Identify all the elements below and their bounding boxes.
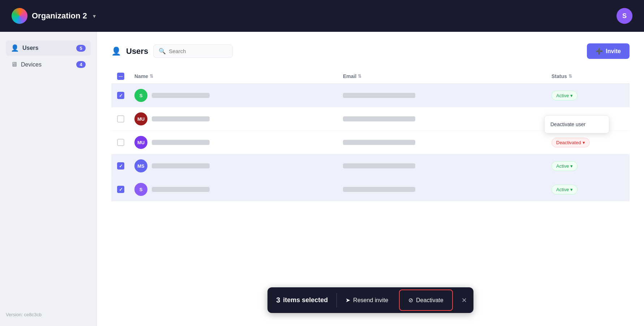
page-header-left: 👤 Users 🔍: [111, 44, 233, 58]
header-email[interactable]: Email ⇅: [343, 73, 551, 80]
name-col-label: Name: [134, 73, 148, 79]
row1-status-label: Active: [556, 93, 569, 98]
sidebar-item-users-label: Users: [22, 45, 38, 51]
table-row: MU Deactivate user: [111, 107, 630, 131]
row5-checkbox[interactable]: [117, 186, 124, 193]
row1-email-blur: [343, 93, 415, 98]
email-col-label: Email: [343, 73, 356, 79]
row3-status-badge[interactable]: Deactivated ▾: [551, 138, 590, 147]
status-sort-icon: ⇅: [568, 74, 572, 79]
header-status[interactable]: Status ⇅: [551, 73, 624, 80]
row5-status-cell: Active ▾: [551, 185, 624, 194]
sidebar-item-devices[interactable]: 🖥 Devices 4: [6, 57, 91, 72]
row5-checkbox-cell[interactable]: [117, 186, 134, 193]
row2-name-cell: MU: [134, 112, 343, 125]
status-dropdown: Deactivate user: [544, 115, 609, 133]
row5-avatar: S: [134, 183, 147, 196]
resend-invite-icon: ➤: [345, 297, 350, 304]
row5-status-label: Active: [556, 187, 569, 192]
org-selector[interactable]: Organization 2 ▾: [12, 8, 96, 24]
row1-status-badge[interactable]: Active ▾: [551, 91, 578, 100]
row4-avatar: MS: [134, 159, 147, 172]
row5-status-chevron: ▾: [570, 187, 573, 192]
table-row: MS Active ▾: [111, 154, 630, 178]
row5-name-blur: [152, 187, 210, 192]
sidebar-item-users[interactable]: 👤 Users 5: [6, 40, 91, 56]
email-sort-icon: ⇅: [358, 74, 361, 79]
sidebar-nav: 👤 Users 5 🖥 Devices 4: [6, 40, 91, 72]
action-bar-count: 3 items selected: [267, 289, 336, 311]
row3-status-chevron: ▾: [583, 140, 585, 145]
row3-name-blur: [152, 140, 210, 145]
row1-status-cell: Active ▾: [551, 91, 624, 100]
name-sort-icon: ⇅: [150, 74, 153, 79]
row4-checkbox[interactable]: [117, 162, 124, 170]
table-row: S Active ▾: [111, 84, 630, 107]
page-title-icon: 👤: [111, 47, 121, 56]
row3-name-cell: MU: [134, 136, 343, 149]
row1-checkbox-cell[interactable]: [117, 92, 134, 99]
main-layout: 👤 Users 5 🖥 Devices 4 Version: ce8c3cb 👤…: [0, 32, 644, 326]
row4-status-cell: Active ▾: [551, 161, 624, 171]
row3-email-blur: [343, 140, 415, 145]
items-selected-label: items selected: [283, 296, 328, 304]
invite-button[interactable]: ➕ Invite: [587, 43, 630, 59]
row1-status-chevron: ▾: [570, 93, 573, 98]
row3-checkbox-cell[interactable]: [117, 139, 134, 146]
deactivate-button[interactable]: ⊘ Deactivate: [399, 289, 453, 311]
row1-checkbox[interactable]: [117, 92, 124, 99]
sidebar: 👤 Users 5 🖥 Devices 4 Version: ce8c3cb: [0, 32, 97, 326]
row3-email-cell: [343, 140, 551, 145]
table-row: MU Deactivated ▾: [111, 131, 630, 154]
row2-checkbox[interactable]: [117, 115, 124, 123]
row3-status-cell: Deactivated ▾: [551, 138, 624, 147]
deactivate-user-label: Deactivate user: [550, 121, 585, 127]
row1-name-cell: S: [134, 89, 343, 102]
deactivate-icon: ⊘: [408, 297, 413, 304]
row4-name-cell: MS: [134, 159, 343, 172]
search-box[interactable]: 🔍: [153, 44, 233, 58]
devices-badge: 4: [76, 61, 86, 68]
row4-status-chevron: ▾: [570, 163, 573, 169]
action-bar-close-button[interactable]: ✕: [455, 291, 473, 309]
select-all-checkbox[interactable]: [117, 73, 124, 80]
row5-email-cell: [343, 187, 551, 192]
row4-email-blur: [343, 163, 415, 168]
page-title: Users: [126, 47, 148, 56]
invite-label: Invite: [606, 48, 621, 55]
org-logo-icon: [12, 8, 27, 24]
resend-invite-button[interactable]: ➤ Resend invite: [337, 290, 397, 310]
invite-icon: ➕: [596, 48, 603, 55]
row4-status-badge[interactable]: Active ▾: [551, 161, 578, 171]
row3-avatar: MU: [134, 136, 147, 149]
org-chevron-icon: ▾: [93, 13, 96, 20]
table-row: S Active ▾: [111, 178, 630, 201]
action-bar: 3 items selected ➤ Resend invite ⊘ Deact…: [267, 287, 473, 313]
table-header-row: Name ⇅ Email ⇅ Status ⇅: [111, 69, 630, 84]
row4-email-cell: [343, 163, 551, 168]
row2-checkbox-cell[interactable]: [117, 115, 134, 123]
header-name[interactable]: Name ⇅: [134, 73, 343, 80]
row3-status-label: Deactivated: [556, 140, 581, 145]
deactivate-user-option[interactable]: Deactivate user: [545, 118, 609, 131]
row4-checkbox-cell[interactable]: [117, 162, 134, 170]
row2-name-blur: [152, 116, 210, 121]
version-label: Version: ce8c3cb: [6, 312, 91, 317]
row5-status-badge[interactable]: Active ▾: [551, 185, 578, 194]
search-icon: 🔍: [159, 48, 166, 55]
header-checkbox-cell[interactable]: [117, 73, 134, 80]
deactivate-label: Deactivate: [416, 297, 443, 304]
row1-avatar: S: [134, 89, 147, 102]
close-icon: ✕: [461, 296, 467, 304]
user-avatar[interactable]: S: [617, 8, 632, 24]
topnav: Organization 2 ▾ S: [0, 0, 644, 32]
search-input[interactable]: [169, 48, 227, 54]
row4-status-label: Active: [556, 163, 569, 169]
row4-name-blur: [152, 163, 210, 168]
row3-checkbox[interactable]: [117, 139, 124, 146]
org-name: Organization 2: [32, 11, 87, 21]
page-header: 👤 Users 🔍 ➕ Invite: [111, 43, 630, 59]
status-col-label: Status: [551, 73, 567, 79]
row1-name-blur: [152, 93, 210, 98]
row2-email-blur: [343, 116, 415, 121]
